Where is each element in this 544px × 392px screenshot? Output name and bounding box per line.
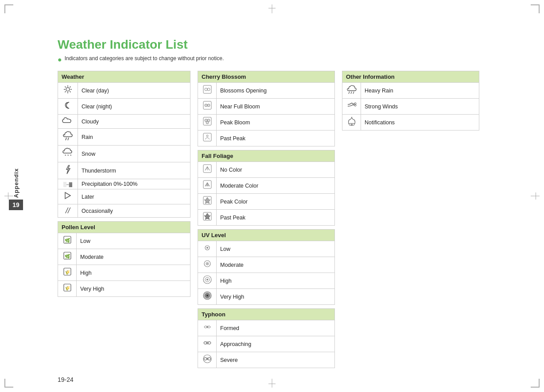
cherry-past-peak-icon (202, 132, 212, 142)
typhoon-header: Typhoon (198, 309, 335, 320)
foliage-icon-peak (198, 194, 217, 210)
rain-icon (63, 131, 73, 141)
svg-text:🌿: 🌿 (65, 254, 70, 259)
table-row: Cloudy (58, 115, 190, 129)
typhoon-label-approaching: Approaching (217, 336, 335, 352)
weather-icon-occasionally: // (58, 204, 78, 218)
play-icon (63, 191, 72, 200)
pollen-header: Pollen Level (58, 222, 190, 233)
weather-table: Weather (58, 71, 190, 218)
table-row: Very High (198, 289, 335, 305)
weather-label-cloudy: Cloudy (78, 115, 190, 129)
svg-line-5 (65, 87, 66, 88)
uv-moderate-icon (202, 259, 212, 269)
other-icon-strong-winds (342, 99, 361, 115)
pollen-very-high-icon: 🌾 (62, 283, 72, 292)
lightning-icon (63, 164, 73, 175)
table-row: Peak Bloom (198, 115, 335, 131)
fall-foliage-table: Fall Foliage No Color (198, 150, 335, 226)
table-row: Moderate Color (198, 178, 335, 194)
svg-point-40 (206, 247, 208, 249)
leaf-moderate-icon (202, 180, 212, 189)
table-row: Strong Winds (342, 99, 479, 115)
uv-label-low: Low (217, 241, 335, 257)
uv-body: Low Moderate (198, 241, 335, 305)
svg-marker-12 (65, 192, 70, 199)
bullet-icon: ● (58, 55, 62, 64)
svg-line-10 (68, 138, 69, 140)
page-title: Weather Indicator List (58, 38, 486, 52)
cherry-icon-peak (198, 115, 217, 131)
svg-line-55 (351, 92, 352, 94)
table-row: 🌾 Very High (58, 281, 190, 297)
svg-point-53 (206, 358, 208, 360)
page-number: 19-24 (58, 376, 74, 383)
table-row: Peak Color (198, 194, 335, 210)
foliage-label-moderate: Moderate Color (217, 178, 335, 194)
cherry-near-full-icon (202, 100, 212, 110)
uv-icon-moderate (198, 257, 217, 273)
appendix-number: 19 (9, 200, 23, 210)
uv-table: UV Level Low (198, 229, 335, 305)
leaf-peak-icon (202, 196, 212, 205)
svg-text:🌿: 🌿 (65, 238, 70, 243)
table-row: Past Peak (198, 131, 335, 146)
foliage-label-past-peak: Past Peak (217, 210, 335, 226)
svg-text:* * *: * * * (65, 154, 72, 158)
uv-icon-high (198, 273, 217, 289)
svg-point-30 (206, 121, 209, 124)
pollen-high-icon: 🌾 (62, 267, 72, 277)
pollen-label-moderate: Moderate (77, 249, 190, 265)
uv-label-high: High (217, 273, 335, 289)
snow-icon: * * * (62, 147, 73, 158)
table-row: Low (198, 241, 335, 257)
pollen-icon-very-high: 🌾 (58, 281, 77, 297)
svg-rect-31 (203, 133, 211, 141)
svg-point-46 (206, 279, 208, 281)
weather-icon-thunderstorm (58, 162, 78, 179)
weather-label-rain: Rain (78, 129, 190, 146)
cherry-icon-near-full (198, 99, 217, 115)
pollen-icon-moderate: 🌿 (58, 249, 77, 265)
weather-label-clear-day: Clear (day) (78, 83, 190, 99)
weather-icon-precipitation: ░–▓ (58, 179, 78, 189)
other-icon-heavy-rain (342, 83, 361, 99)
uv-icon-very-high (198, 289, 217, 305)
svg-point-43 (206, 263, 208, 265)
cherry-label-peak: Peak Bloom (217, 115, 335, 131)
other-info-header: Other Information (342, 71, 479, 83)
fall-foliage-header: Fall Foliage (198, 150, 335, 162)
pollen-low-icon: 🌿 (62, 235, 72, 245)
svg-point-49 (206, 295, 208, 296)
weather-label-snow: Snow (78, 146, 190, 162)
table-row: 🌿 Moderate (58, 249, 190, 265)
typhoon-label-formed: Formed (217, 320, 335, 336)
table-row: ░–▓ Precipitation 0%-100% (58, 179, 190, 189)
weather-body: Clear (day) Clear (night) (58, 83, 190, 218)
svg-line-8 (65, 92, 66, 92)
weather-icon-later (58, 189, 78, 204)
other-label-strong-winds: Strong Winds (361, 99, 479, 115)
svg-line-7 (70, 87, 70, 88)
other-label-heavy-rain: Heavy Rain (361, 83, 479, 99)
uv-label-very-high: Very High (217, 289, 335, 305)
svg-line-56 (353, 92, 354, 94)
other-label-notifications: Notifications (361, 115, 479, 131)
table-row: No Color (198, 162, 335, 178)
table-row: * * * Snow (58, 146, 190, 162)
svg-point-0 (66, 88, 70, 91)
svg-line-9 (66, 138, 66, 140)
cherry-body: Blossoms Opening Near Full Bloom (198, 83, 335, 146)
table-row: Approaching (198, 336, 335, 352)
other-info-body: Heavy Rain Strong Winds (342, 83, 479, 131)
cherry-header: Cherry Blossom (198, 71, 335, 83)
left-column: Weather (58, 71, 190, 300)
weather-icon-clear-day (58, 83, 78, 99)
table-row: Notifications (342, 115, 479, 131)
svg-line-54 (349, 92, 350, 94)
svg-point-57 (354, 103, 356, 104)
page-content: Weather Indicator List ● Indicators and … (58, 38, 486, 365)
typhoon-label-severe: Severe (217, 352, 335, 368)
svg-text:🌾: 🌾 (65, 269, 70, 275)
page-subtitle: ● Indicators and categories are subject … (58, 55, 486, 64)
